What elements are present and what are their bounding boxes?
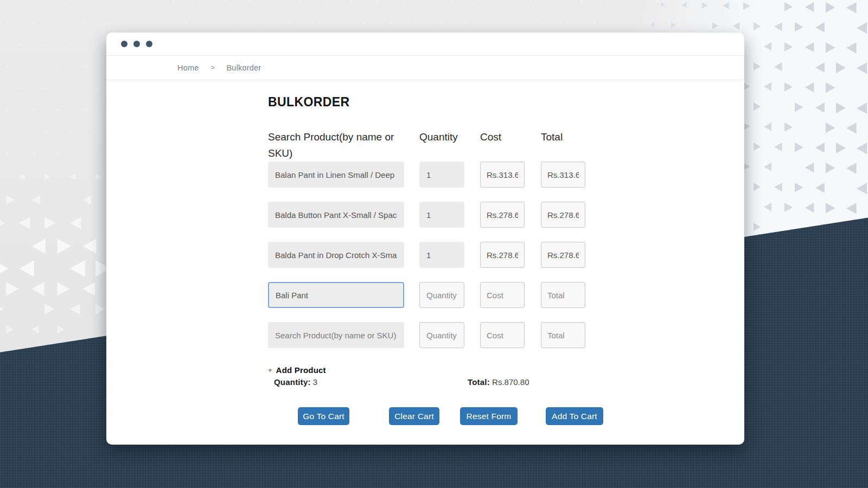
total-input[interactable] <box>541 242 585 268</box>
cost-input[interactable] <box>480 242 525 268</box>
product-search-input[interactable] <box>268 162 404 188</box>
quantity-total-value: 3 <box>313 377 317 387</box>
page-title: BULKORDER <box>268 95 744 110</box>
breadcrumb-current-page: Bulkorder <box>227 63 261 72</box>
go-to-cart-button[interactable]: Go To Cart <box>298 407 349 425</box>
grand-total-value: Rs.870.80 <box>492 377 529 387</box>
add-to-cart-button[interactable]: Add To Cart <box>546 407 603 425</box>
cost-input[interactable] <box>480 322 525 348</box>
total-input[interactable] <box>541 322 585 348</box>
order-rows <box>268 162 744 348</box>
window-dot-icon <box>133 41 140 47</box>
product-search-input[interactable] <box>268 242 404 268</box>
product-search-input-focused[interactable] <box>268 282 404 308</box>
quantity-total-label: Quantity: <box>274 377 311 387</box>
column-headers: Search Product(by name or SKU) Quantity … <box>268 129 744 162</box>
cost-input[interactable] <box>480 162 525 188</box>
window-dot-icon <box>146 41 152 47</box>
header-total: Total <box>541 129 585 162</box>
breadcrumb-home-link[interactable]: Home <box>177 63 199 72</box>
window-titlebar <box>106 33 744 56</box>
total-input[interactable] <box>541 202 585 228</box>
reset-form-button[interactable]: Reset Form <box>460 407 518 425</box>
breadcrumb-separator-icon: > <box>210 64 214 72</box>
order-row <box>268 322 744 348</box>
grand-total-label: Total: <box>468 377 490 387</box>
quantity-input[interactable] <box>419 202 464 228</box>
quantity-input[interactable] <box>419 322 464 348</box>
window-dot-icon <box>121 41 127 47</box>
order-row <box>268 242 744 268</box>
quantity-input[interactable] <box>419 242 464 268</box>
add-product-button[interactable]: + Add Product <box>268 365 744 375</box>
header-cost: Cost <box>480 129 525 162</box>
order-row <box>268 162 744 188</box>
cost-input[interactable] <box>480 202 525 228</box>
totals-line: Quantity: 3 Total: Rs.870.80 <box>268 377 744 387</box>
total-input[interactable] <box>541 162 585 188</box>
product-search-input[interactable] <box>268 202 404 228</box>
quantity-input[interactable] <box>419 162 464 188</box>
action-buttons: Go To Cart Clear Cart Reset Form Add To … <box>268 407 744 425</box>
plus-icon: + <box>268 366 272 374</box>
add-product-label: Add Product <box>276 365 326 375</box>
product-search-input[interactable] <box>268 322 404 348</box>
cost-input[interactable] <box>480 282 525 308</box>
order-summary: + Add Product Quantity: 3 Total: Rs.870.… <box>268 365 744 387</box>
breadcrumb: Home > Bulkorder <box>106 56 744 80</box>
bulkorder-window: Home > Bulkorder BULKORDER Search Produc… <box>106 33 744 445</box>
quantity-input[interactable] <box>419 282 464 308</box>
order-row <box>268 202 744 228</box>
total-input[interactable] <box>541 282 585 308</box>
clear-cart-button[interactable]: Clear Cart <box>389 407 439 425</box>
order-row <box>268 282 744 308</box>
header-quantity: Quantity <box>419 129 464 162</box>
header-product: Search Product(by name or SKU) <box>268 129 404 162</box>
